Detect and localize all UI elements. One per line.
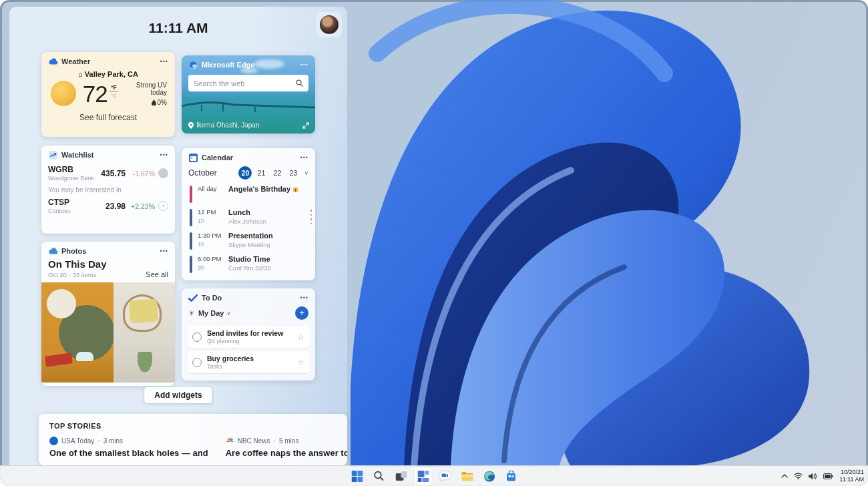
watchlist-widget[interactable]: Watchlist ••• WGRB Woodgrove Bank 435.75… — [41, 146, 175, 234]
panel-clock: 11:11 AM — [9, 20, 347, 36]
todo-widget[interactable]: To Do ••• ☀ My Day ∨ + Send invites for … — [182, 288, 315, 381]
expand-icon[interactable] — [302, 122, 309, 129]
calendar-scroll-indicator[interactable] — [310, 210, 312, 224]
profile-button[interactable] — [316, 12, 342, 37]
calendar-widget[interactable]: Calendar ••• October 20 21 22 23 ∨ All d… — [182, 148, 315, 280]
widgets-panel: 11:11 AM Weather ••• ⌂ Valley Park, CA 7… — [9, 7, 347, 465]
event-title: Angela's Birthday — [228, 185, 298, 193]
task-title: Send invites for review — [207, 329, 283, 337]
battery-icon[interactable] — [823, 473, 833, 479]
task-complete-circle[interactable] — [192, 358, 202, 367]
cloud-decor — [254, 59, 284, 69]
search-icon[interactable] — [296, 79, 303, 87]
search-button[interactable] — [371, 467, 388, 485]
star-icon[interactable]: ☆ — [297, 358, 304, 367]
calendar-chevron-down-icon[interactable]: ∨ — [304, 170, 308, 176]
dot-separator: · — [274, 437, 276, 445]
story-headline[interactable]: Are coffee naps the answer to your — [226, 448, 347, 458]
stock-add-icon[interactable]: + — [158, 201, 168, 211]
task-view-button[interactable] — [393, 467, 410, 485]
calendar-day-21[interactable]: 21 — [254, 166, 268, 180]
task-row[interactable]: Send invites for review Q4 planning ☆ — [187, 326, 310, 348]
temperature-value: 72 — [83, 82, 107, 105]
chat-button[interactable] — [437, 467, 454, 485]
sun-condition-icon — [51, 81, 76, 106]
add-task-button[interactable]: + — [295, 306, 308, 320]
search-icon — [374, 471, 385, 481]
weather-location: ⌂ Valley Park, CA — [41, 70, 175, 78]
hidden-icons-chevron-icon[interactable] — [781, 474, 788, 478]
calendar-event[interactable]: All day Angela's Birthday — [182, 182, 315, 206]
myday-chevron-down-icon[interactable]: ∨ — [226, 310, 230, 316]
stock-remove-icon[interactable] — [158, 168, 168, 178]
unit-fahrenheit[interactable]: °F — [110, 84, 118, 92]
stock-row[interactable]: WGRB Woodgrove Bank 435.75 -1.67% — [41, 162, 175, 184]
edge-more-icon[interactable]: ••• — [300, 61, 308, 68]
edge-browser-button[interactable] — [481, 467, 498, 485]
photo-thumbnail[interactable] — [41, 282, 114, 383]
dot-separator: · — [97, 437, 99, 445]
event-color-bar — [190, 209, 192, 226]
watchlist-suggestion-label: You may be interested in — [41, 184, 175, 195]
task-complete-circle[interactable] — [192, 332, 202, 342]
event-color-bar — [190, 232, 192, 250]
photos-more-icon[interactable]: ••• — [160, 248, 168, 254]
event-title: Lunch — [228, 208, 266, 216]
calendar-day-20[interactable]: 20 — [238, 166, 252, 180]
calendar-day-23[interactable]: 23 — [286, 166, 300, 180]
cloud-decor — [240, 67, 258, 73]
usa-today-logo-icon — [49, 437, 58, 445]
edge-widget[interactable]: Microsoft Edge ••• Ikema Ohashi, Japan — [182, 55, 315, 134]
story-age: 3 mins — [103, 437, 123, 445]
add-widgets-button[interactable]: Add widgets — [144, 387, 212, 403]
calendar-more-icon[interactable]: ••• — [300, 154, 308, 161]
event-duration: 3h — [198, 264, 227, 271]
event-subtitle: Conf Rm 32/35 — [228, 264, 271, 272]
precipitation-value: 0% — [158, 99, 167, 106]
todo-check-icon — [188, 293, 198, 302]
edge-search-box[interactable] — [188, 75, 308, 91]
start-button[interactable] — [349, 467, 366, 485]
photo-thumbnail[interactable] — [114, 282, 175, 383]
see-all-link[interactable]: See all — [146, 270, 168, 278]
unit-celsius[interactable]: °C — [111, 92, 117, 99]
widgets-button[interactable] — [415, 467, 432, 485]
weather-widget[interactable]: Weather ••• ⌂ Valley Park, CA 72 °F °C S… — [41, 52, 175, 137]
edge-logo-icon — [188, 60, 198, 69]
weather-more-icon[interactable]: ••• — [160, 58, 168, 65]
star-icon[interactable]: ☆ — [297, 332, 304, 342]
watchlist-more-icon[interactable]: ••• — [160, 152, 168, 158]
photos-meta: Oct 20 · 33 items — [48, 271, 107, 278]
clock-date-display[interactable]: 10/20/21 11:11 AM — [839, 469, 864, 484]
story-headline[interactable]: One of the smallest black holes — and — [49, 448, 208, 458]
photos-widget[interactable]: Photos ••• On This Day Oct 20 · 33 items… — [41, 242, 175, 386]
event-time: 6:00 PM — [198, 255, 227, 262]
calendar-event[interactable]: 1:30 PM 1h Presentation Skype Meeting — [182, 229, 315, 252]
task-row[interactable]: Buy groceries Tasks ☆ — [187, 351, 310, 373]
stock-row[interactable]: CTSP Contoso 23.98 +2.23% + — [41, 195, 175, 217]
calendar-day-22[interactable]: 22 — [270, 166, 284, 180]
see-full-forecast-link[interactable]: See full forecast — [41, 113, 175, 122]
droplet-icon — [152, 99, 156, 105]
calendar-icon — [188, 153, 198, 162]
calendar-event[interactable]: 6:00 PM 3h Studio Time Conf Rm 32/35 — [182, 252, 315, 276]
my-day-label[interactable]: My Day — [198, 309, 224, 317]
calendar-title: Calendar — [202, 154, 233, 162]
news-story[interactable]: USA Today · 3 mins One of the smallest b… — [49, 437, 208, 458]
file-explorer-button[interactable] — [459, 467, 476, 485]
story-source: USA Today — [61, 437, 94, 445]
calendar-event[interactable]: 12 PM 1h Lunch Alex Johnson — [182, 206, 315, 229]
microsoft-store-button[interactable] — [503, 467, 520, 485]
todo-more-icon[interactable]: ••• — [300, 294, 308, 301]
taskbar: 10/20/21 11:11 AM — [0, 465, 868, 486]
task-title: Buy groceries — [207, 354, 254, 362]
wifi-icon[interactable] — [794, 473, 803, 479]
search-input[interactable] — [194, 79, 296, 87]
news-story[interactable]: NBC News · 5 mins Are coffee naps the an… — [226, 437, 347, 458]
stock-symbol: WGRB — [48, 165, 96, 174]
stock-company: Woodgrove Bank — [48, 175, 96, 182]
event-duration: 1h — [198, 241, 227, 248]
event-subtitle: Alex Johnson — [228, 218, 266, 225]
volume-icon[interactable] — [809, 473, 817, 480]
calendar-month[interactable]: October — [188, 168, 217, 178]
